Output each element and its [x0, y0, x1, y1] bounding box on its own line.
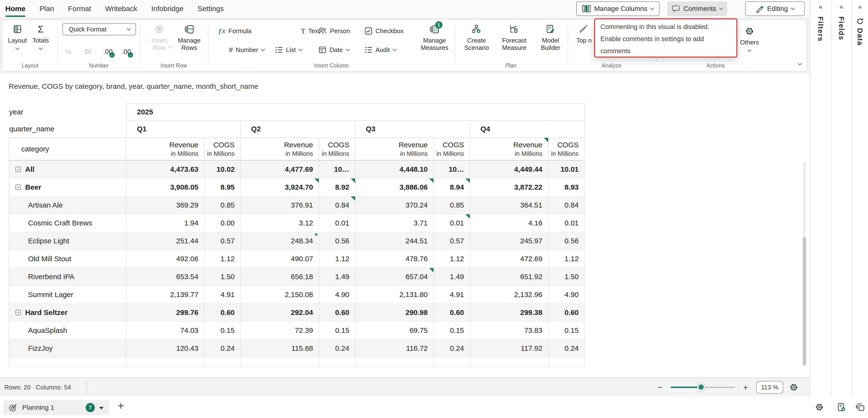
model-builder-button[interactable]: Model Builder [536, 24, 565, 51]
table-cell[interactable]: 369.29 [126, 196, 205, 214]
table-cell[interactable]: 1.12 [319, 250, 355, 268]
create-scenario-button[interactable]: Create Scenario [461, 24, 492, 51]
row-label-cosmic-craft-brews[interactable]: Cosmic Craft Brews [9, 214, 126, 232]
table-cell[interactable]: 0.24 [205, 340, 241, 357]
increase-decimal-button[interactable]: .00→ [118, 46, 135, 58]
menu-item-writeback[interactable]: Writeback [105, 0, 137, 18]
table-cell[interactable]: 117.92 [470, 340, 549, 357]
table-cell[interactable]: 3,908.05 [126, 179, 205, 196]
table-cell[interactable]: 1.12 [205, 250, 241, 268]
table-cell[interactable]: 2,150.08 [241, 286, 319, 304]
row-label-summit-lager[interactable]: Summit Lager [9, 286, 126, 304]
table-cell[interactable]: 3,872.22 [470, 179, 549, 196]
text-column-button[interactable]: T Text [301, 26, 320, 36]
table-cell[interactable]: 72.39 [241, 322, 319, 340]
comments-button[interactable]: Comments [667, 1, 727, 16]
zoom-in-button[interactable]: + [742, 383, 749, 392]
zoom-slider[interactable] [671, 387, 735, 388]
panel-expand-chevrons-icon[interactable]: « [810, 3, 831, 11]
table-cell[interactable]: 0.60 [319, 304, 355, 322]
quarter-header-q1[interactable]: Q1 [126, 121, 241, 137]
table-cell[interactable]: 10.02 [205, 161, 241, 179]
table-cell[interactable]: 8.95 [205, 179, 241, 196]
table-cell[interactable]: 492.06 [126, 250, 205, 268]
table-cell[interactable]: 4,448.10 [355, 161, 434, 179]
add-sheet-button[interactable]: + [118, 399, 124, 412]
table-cell[interactable]: 0.57 [434, 232, 470, 250]
measure-header-cogs-q1[interactable]: COGSin Millions [205, 137, 241, 161]
table-cell[interactable]: 651.92 [470, 268, 549, 286]
table-cell[interactable]: 74.03 [126, 322, 205, 340]
measure-header-revenue-q1[interactable]: Revenuein Millions [126, 137, 205, 161]
table-cell[interactable]: 0.01 [434, 214, 470, 232]
table-cell[interactable]: 653.54 [126, 268, 205, 286]
row-label-riverbend-ipa[interactable]: Riverbend IPA [9, 268, 126, 286]
row-label-hard-seltzer[interactable]: Hard Seltzer [9, 304, 126, 322]
table-cell[interactable]: 1.12 [434, 250, 470, 268]
zoom-out-button[interactable]: − [656, 383, 664, 392]
formula-column-button[interactable]: ƒx Formula [218, 26, 251, 36]
year-header-cell[interactable]: 2025 [126, 103, 585, 121]
checkbox-column-button[interactable]: Checkbox [364, 26, 404, 36]
table-cell[interactable]: 0.01 [549, 214, 585, 232]
table-cell[interactable]: 472.69 [470, 250, 549, 268]
table-cell[interactable]: 1.50 [205, 268, 241, 286]
zoom-level-value[interactable]: 113 % [756, 381, 783, 393]
top-n-button[interactable]: Top n [570, 24, 597, 44]
table-cell[interactable]: 4.91 [205, 286, 241, 304]
menu-item-home[interactable]: Home [5, 0, 25, 18]
quarter-header-q2[interactable]: Q2 [241, 121, 355, 137]
table-cell[interactable]: 3,886.06 [355, 179, 434, 196]
table-cell[interactable]: 4.90 [319, 286, 355, 304]
panel-expand-chevrons-icon[interactable]: « [852, 3, 868, 11]
manage-columns-button[interactable]: Manage Columns [576, 1, 659, 16]
table-cell[interactable]: 3.71 [355, 214, 434, 232]
others-button[interactable]: Others [736, 26, 763, 51]
scrollbar-thumb[interactable] [803, 237, 806, 365]
collapse-toggle-icon[interactable] [16, 167, 21, 172]
table-cell[interactable]: 10… [319, 161, 355, 179]
table-cell[interactable]: 4.90 [549, 286, 585, 304]
manage-measures-button[interactable]: 1 Manage Measures [418, 24, 451, 51]
table-cell[interactable]: 0.56 [549, 232, 585, 250]
row-label-old-mill-stout[interactable]: Old Mill Stout [9, 250, 126, 268]
layout-button[interactable]: Layout [6, 24, 29, 50]
table-cell[interactable]: 8.92 [319, 179, 355, 196]
quick-format-dropdown[interactable]: Quick Format [62, 23, 136, 35]
table-cell[interactable]: 376.91 [241, 196, 319, 214]
table-cell[interactable]: 1.49 [319, 268, 355, 286]
table-cell[interactable]: 10.01 [549, 161, 585, 179]
table-cell[interactable]: 1.50 [549, 268, 585, 286]
table-cell[interactable]: 4.16 [470, 214, 549, 232]
ribbon-collapse-chevron-icon[interactable] [798, 61, 802, 66]
table-cell[interactable]: 69.75 [355, 322, 434, 340]
measure-header-cogs-q2[interactable]: COGSin Millions [319, 137, 355, 161]
measure-header-revenue-q3[interactable]: Revenuein Millions [355, 137, 434, 161]
table-cell[interactable]: 3,924.70 [241, 179, 319, 196]
table-cell[interactable]: 0.85 [205, 196, 241, 214]
date-column-button[interactable]: Date [318, 45, 349, 55]
table-cell[interactable]: 120.43 [126, 340, 205, 357]
table-cell[interactable]: 2,132.96 [470, 286, 549, 304]
number-column-button[interactable]: # Number [229, 45, 265, 55]
table-cell[interactable]: 3.12 [241, 214, 319, 232]
menu-item-settings[interactable]: Settings [198, 0, 224, 18]
table-cell[interactable]: 0.24 [549, 340, 585, 357]
layers-icon[interactable] [856, 403, 865, 412]
table-cell[interactable]: 0.85 [434, 196, 470, 214]
add-report-icon[interactable] [837, 403, 846, 412]
row-label-eclipse-light[interactable]: Eclipse Light [9, 232, 126, 250]
table-cell[interactable]: 0.60 [549, 304, 585, 322]
person-column-button[interactable]: Person [318, 26, 350, 36]
list-column-button[interactable]: List [275, 45, 302, 55]
currency-format-button[interactable]: $€ [79, 46, 97, 58]
collapse-toggle-icon[interactable] [16, 185, 21, 190]
measure-header-revenue-q2[interactable]: Revenuein Millions [241, 137, 319, 161]
row-label-fizzjoy[interactable]: FizzJoy [9, 340, 126, 357]
row-label-beer[interactable]: Beer [9, 179, 126, 196]
table-cell[interactable]: 290.98 [355, 304, 434, 322]
table-cell[interactable]: 0.57 [205, 232, 241, 250]
totals-button[interactable]: Σ Totals [30, 24, 52, 50]
decrease-decimal-button[interactable]: .00← [99, 46, 117, 58]
table-cell[interactable]: 244.51 [355, 232, 434, 250]
